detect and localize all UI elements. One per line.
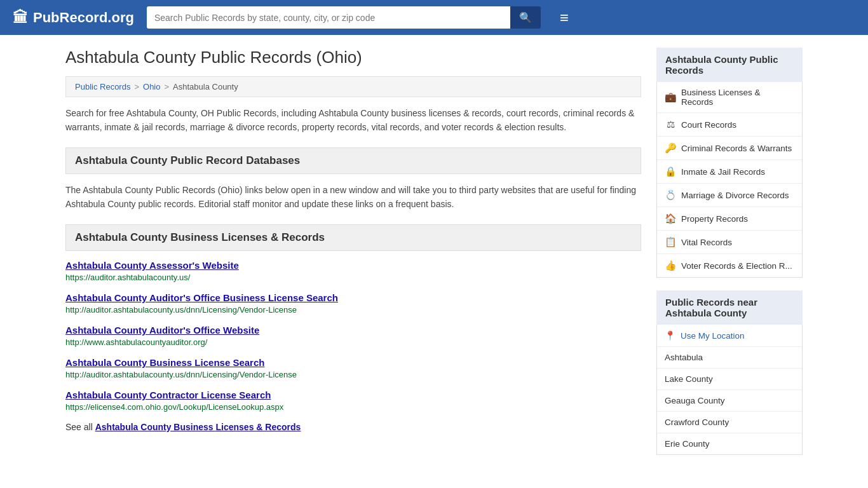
- sidebar-item-property[interactable]: 🏠 Property Records: [657, 207, 802, 231]
- sidebar-item-voter[interactable]: 👍 Voter Records & Election R...: [657, 254, 802, 277]
- home-icon: 🏠: [665, 213, 676, 224]
- clipboard-icon: 📋: [665, 236, 676, 248]
- search-bar: 🔍: [147, 6, 541, 29]
- record-link-0: Ashtabula County Assessor's Website http…: [65, 260, 641, 282]
- sidebar: Ashtabula County Public Records 💼 Busine…: [656, 48, 803, 468]
- breadcrumb-link-public-records[interactable]: Public Records: [75, 82, 130, 92]
- sidebar-item-inmate-label: Inmate & Jail Records: [681, 167, 765, 177]
- sidebar-item-marriage[interactable]: 💍 Marriage & Divorce Records: [657, 184, 802, 207]
- logo-text: PubRecord.org: [33, 10, 134, 26]
- nearby-item-geauga[interactable]: Geauga County: [657, 390, 802, 412]
- see-all: See all Ashtabula County Business Licens…: [65, 422, 641, 432]
- header: 🏛 PubRecord.org 🔍 ≡: [0, 0, 868, 35]
- sidebar-item-criminal-label: Criminal Records & Warrants: [681, 144, 792, 153]
- use-location-label: Use My Location: [681, 331, 745, 341]
- databases-section-header: Ashtabula County Public Record Databases: [65, 147, 641, 174]
- thumbsup-icon: 👍: [665, 260, 676, 271]
- lock-icon: 🔒: [665, 166, 676, 177]
- record-link-3-url[interactable]: http://auditor.ashtabulacounty.us/dnn/Li…: [65, 370, 297, 379]
- record-link-4-url[interactable]: https://elicense4.com.ohio.gov/Lookup/Li…: [65, 402, 283, 412]
- breadcrumb: Public Records > Ohio > Ashtabula County: [65, 76, 641, 97]
- sidebar-item-court[interactable]: ⚖ Court Records: [657, 113, 802, 137]
- nearby-geauga-label: Geauga County: [665, 396, 725, 405]
- nearby-lake-label: Lake County: [665, 374, 713, 384]
- record-link-3: Ashtabula County Business License Search…: [65, 357, 641, 379]
- sidebar-item-business[interactable]: 💼 Business Licenses & Records: [657, 82, 802, 113]
- content: Ashtabula County Public Records (Ohio) P…: [65, 48, 641, 468]
- use-location-item[interactable]: 📍 Use My Location: [657, 325, 802, 347]
- see-all-prefix: See all: [65, 422, 95, 432]
- breadcrumb-link-ohio[interactable]: Ohio: [143, 82, 160, 92]
- record-link-1-title[interactable]: Ashtabula County Auditor's Office Busine…: [65, 292, 641, 303]
- scales-icon: ⚖: [665, 119, 676, 130]
- sidebar-nearby-section: Public Records near Ashtabula County 📍 U…: [656, 290, 803, 455]
- nearby-crawford-label: Crawford County: [665, 417, 729, 427]
- record-link-1: Ashtabula County Auditor's Office Busine…: [65, 292, 641, 315]
- sidebar-public-records-title: Ashtabula County Public Records: [656, 48, 803, 82]
- sidebar-item-voter-label: Voter Records & Election R...: [681, 261, 792, 271]
- record-link-2-url[interactable]: http://www.ashtabulacountyauditor.org/: [65, 337, 207, 347]
- key-icon: 🔑: [665, 142, 676, 154]
- menu-icon[interactable]: ≡: [560, 9, 569, 27]
- sidebar-item-marriage-label: Marriage & Divorce Records: [681, 191, 789, 200]
- sidebar-item-vital-label: Vital Records: [681, 238, 732, 247]
- record-link-4: Ashtabula County Contractor License Sear…: [65, 390, 641, 412]
- record-link-2: Ashtabula County Auditor's Office Websit…: [65, 325, 641, 347]
- main-container: Ashtabula County Public Records (Ohio) P…: [53, 35, 815, 480]
- sidebar-item-vital[interactable]: 📋 Vital Records: [657, 231, 802, 254]
- sidebar-item-criminal[interactable]: 🔑 Criminal Records & Warrants: [657, 137, 802, 160]
- breadcrumb-current: Ashtabula County: [173, 82, 238, 92]
- record-link-1-url[interactable]: http://auditor.ashtabulacounty.us/dnn/Li…: [65, 305, 297, 315]
- sidebar-item-court-label: Court Records: [681, 120, 736, 130]
- breadcrumb-sep-2: >: [165, 82, 170, 92]
- search-button[interactable]: 🔍: [510, 6, 541, 29]
- sidebar-item-inmate[interactable]: 🔒 Inmate & Jail Records: [657, 160, 802, 184]
- record-link-4-title[interactable]: Ashtabula County Contractor License Sear…: [65, 390, 641, 400]
- page-title: Ashtabula County Public Records (Ohio): [65, 48, 641, 67]
- page-description: Search for free Ashtabula County, OH Pub…: [65, 106, 641, 135]
- record-link-0-url[interactable]: https://auditor.ashtabulacounty.us/: [65, 273, 190, 282]
- sidebar-public-records-section: Ashtabula County Public Records 💼 Busine…: [656, 48, 803, 278]
- sidebar-item-business-label: Business Licenses & Records: [681, 88, 794, 107]
- business-section-header: Ashtabula County Business Licenses & Rec…: [65, 224, 641, 251]
- record-link-3-title[interactable]: Ashtabula County Business License Search: [65, 357, 641, 368]
- logo[interactable]: 🏛 PubRecord.org: [13, 9, 134, 27]
- databases-description: The Ashtabula County Public Records (Ohi…: [65, 183, 641, 212]
- nearby-erie-label: Erie County: [665, 439, 710, 449]
- nearby-item-ashtabula[interactable]: Ashtabula: [657, 347, 802, 369]
- see-all-link[interactable]: Ashtabula County Business Licenses & Rec…: [95, 422, 301, 432]
- nearby-item-crawford[interactable]: Crawford County: [657, 412, 802, 433]
- pin-icon: 📍: [665, 330, 675, 341]
- sidebar-public-records-list: 💼 Business Licenses & Records ⚖ Court Re…: [656, 82, 803, 278]
- record-link-0-title[interactable]: Ashtabula County Assessor's Website: [65, 260, 641, 271]
- logo-icon: 🏛: [13, 9, 28, 27]
- briefcase-icon: 💼: [665, 92, 676, 103]
- sidebar-nearby-list: 📍 Use My Location Ashtabula Lake County …: [656, 325, 803, 455]
- record-link-2-title[interactable]: Ashtabula County Auditor's Office Websit…: [65, 325, 641, 336]
- nearby-ashtabula-label: Ashtabula: [665, 353, 703, 362]
- breadcrumb-sep-1: >: [134, 82, 139, 92]
- search-input[interactable]: [147, 6, 510, 29]
- sidebar-nearby-title: Public Records near Ashtabula County: [656, 290, 803, 325]
- nearby-item-erie[interactable]: Erie County: [657, 433, 802, 454]
- nearby-item-lake[interactable]: Lake County: [657, 369, 802, 390]
- ring-icon: 💍: [665, 189, 676, 201]
- sidebar-item-property-label: Property Records: [681, 214, 748, 224]
